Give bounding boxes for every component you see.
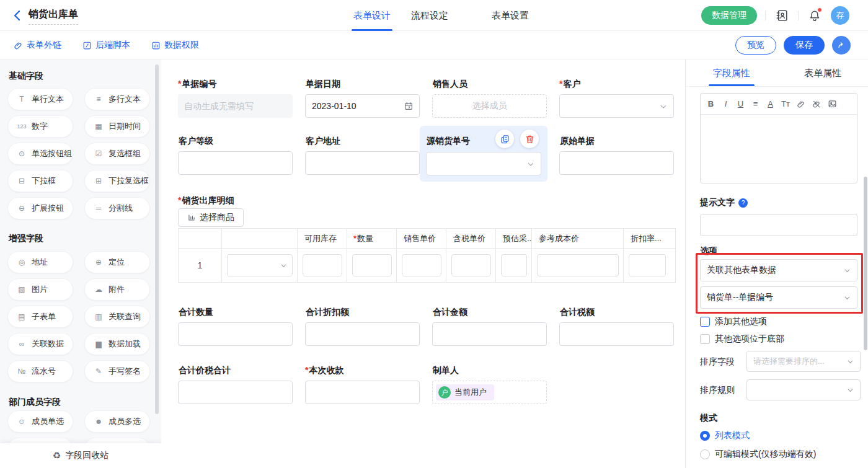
field-type-image[interactable]: ▧图片	[7, 278, 73, 301]
tab-field-properties[interactable]: 字段属性	[686, 60, 777, 86]
customer-level-input[interactable]	[178, 151, 293, 175]
underline-icon[interactable]: U	[737, 99, 745, 108]
field-payment[interactable]: *本次收款	[305, 364, 420, 404]
address-book-icon[interactable]	[774, 7, 790, 24]
select-product-button[interactable]: 选择商品	[178, 208, 244, 227]
field-type-member-single[interactable]: ☺成员单选	[7, 410, 73, 433]
field-type-attachment[interactable]: ☁附件	[84, 278, 150, 301]
total-discount-input[interactable]	[305, 322, 420, 346]
font-size-icon[interactable]: Tт	[781, 99, 790, 108]
data-permission-link[interactable]: 数据权限	[151, 40, 199, 51]
editor-content[interactable]	[701, 115, 857, 183]
field-total-with-tax[interactable]: 合计价税合计	[178, 364, 293, 404]
field-original-doc[interactable]: 原始单据	[559, 135, 674, 175]
rich-text-editor[interactable]: B I U ≡ A Tт	[700, 93, 857, 183]
tab-form-properties[interactable]: 表单属性	[777, 60, 868, 86]
form-external-link[interactable]: 表单外链	[14, 40, 61, 51]
hint-text-input[interactable]	[700, 214, 857, 236]
discount-input[interactable]	[629, 254, 666, 276]
field-customer-addr[interactable]: 客户地址	[305, 135, 420, 175]
field-salesperson[interactable]: 销售人员 选择成员	[432, 78, 547, 118]
total-amount-input[interactable]	[432, 322, 547, 346]
mode-list-option[interactable]: 列表模式	[700, 430, 750, 441]
est-cost-input[interactable]	[501, 254, 527, 276]
field-type-multi-dropdown[interactable]: ⊞下拉复选框	[84, 170, 150, 192]
backend-script-link[interactable]: 后端脚本	[82, 40, 130, 51]
field-recycle-bin[interactable]: ♻ 字段回收站	[0, 443, 161, 468]
avatar[interactable]: 存	[831, 6, 849, 25]
help-icon[interactable]: ?	[738, 198, 748, 208]
font-color-icon[interactable]: A	[766, 99, 774, 108]
field-type-extend-button[interactable]: ⊖扩展按钮	[7, 197, 73, 219]
copy-field-button[interactable]	[495, 130, 514, 148]
preview-button[interactable]: 预览	[735, 36, 776, 55]
member-picker[interactable]: 选择成员	[432, 94, 547, 118]
delete-field-button[interactable]	[520, 130, 539, 148]
field-type-relation-query[interactable]: ▥关联查询	[84, 306, 150, 328]
doc-no-input[interactable]	[178, 94, 293, 118]
field-type-serial-number[interactable]: №流水号	[7, 360, 73, 382]
radio-selected[interactable]	[700, 431, 710, 441]
source-order-select[interactable]	[426, 152, 541, 175]
mode-editable-option[interactable]: 可编辑模式(仅移动端有效)	[700, 449, 816, 460]
stock-input[interactable]	[303, 254, 342, 276]
date-input[interactable]: 2023-01-10	[305, 94, 420, 118]
panel-scrollbar[interactable]	[864, 177, 867, 350]
notification-bell-icon[interactable]	[807, 7, 823, 24]
ref-cost-input[interactable]	[537, 254, 619, 276]
field-type-dropdown[interactable]: ⊟下拉框	[7, 170, 73, 192]
selected-field-source-order[interactable]: 源销货单号	[420, 126, 547, 182]
field-type-geolocation[interactable]: ⊕定位	[84, 251, 150, 273]
customer-select[interactable]	[559, 94, 674, 118]
field-type-member-multi[interactable]: ☻成员多选	[84, 410, 150, 433]
bold-icon[interactable]: B	[707, 99, 715, 108]
field-customer[interactable]: *客户	[559, 78, 674, 118]
field-type-checkbox-group[interactable]: ☑复选框组	[84, 143, 150, 165]
original-doc-input[interactable]	[559, 151, 674, 175]
tab-form-design[interactable]: 表单设计	[353, 0, 391, 31]
field-doc-no[interactable]: *单据编号	[178, 78, 293, 118]
sidebar-scrollbar[interactable]	[155, 64, 159, 414]
creator-field[interactable]: 户 当前用户	[432, 381, 547, 404]
field-type-radio-group[interactable]: ⊙单选按钮组	[7, 143, 73, 165]
field-type-number[interactable]: 123数字	[7, 115, 73, 138]
sort-rule-select[interactable]	[746, 379, 861, 400]
link-icon[interactable]	[797, 100, 805, 108]
field-type-relation-data[interactable]: ∞关联数据	[7, 333, 73, 355]
share-button[interactable]	[832, 36, 851, 55]
tab-flow-setting[interactable]: 流程设定	[411, 0, 448, 31]
tab-form-setting[interactable]: 表单设置	[492, 0, 529, 31]
field-doc-date[interactable]: 单据日期 2023-01-10	[305, 78, 420, 118]
back-icon[interactable]	[10, 8, 25, 23]
field-total-tax[interactable]: 合计税额	[559, 306, 674, 346]
checkbox[interactable]	[700, 317, 710, 327]
total-with-tax-input[interactable]	[178, 381, 293, 404]
field-type-datetime[interactable]: ▦日期时间	[84, 115, 150, 138]
sale-price-input[interactable]	[402, 254, 441, 276]
italic-icon[interactable]: I	[722, 99, 730, 108]
field-type-address[interactable]: ◎地址	[7, 251, 73, 273]
field-total-qty[interactable]: 合计数量	[178, 306, 293, 346]
sort-field-select[interactable]: 请选择需要排序的...	[746, 351, 861, 372]
relation-type-select[interactable]: 关联其他表单数据	[700, 259, 857, 281]
field-type-subform[interactable]: ▤子表单	[7, 306, 73, 328]
unlink-icon[interactable]	[812, 100, 821, 108]
field-total-discount[interactable]: 合计折扣额	[305, 306, 420, 346]
field-total-amount[interactable]: 合计金额	[432, 306, 547, 346]
add-other-option-row[interactable]: 添加其他选项	[700, 316, 767, 327]
field-type-data-load[interactable]: ▆数据加载	[84, 333, 150, 355]
field-type-signature[interactable]: ✎手写签名	[84, 360, 150, 382]
relation-field-select[interactable]: 销货单--单据编号	[700, 286, 857, 309]
align-icon[interactable]: ≡	[751, 99, 760, 108]
data-manage-button[interactable]: 数据管理	[701, 6, 757, 25]
payment-input[interactable]	[305, 381, 420, 404]
insert-image-icon[interactable]	[828, 99, 837, 108]
other-option-bottom-row[interactable]: 其他选项位于底部	[700, 333, 784, 345]
product-select[interactable]	[227, 254, 293, 276]
field-type-multi-line-text[interactable]: ≡多行文本	[84, 88, 150, 110]
tax-price-input[interactable]	[451, 254, 491, 276]
radio-unselected[interactable]	[700, 449, 710, 459]
field-type-divider[interactable]: ═分割线	[84, 197, 150, 219]
checkbox[interactable]	[700, 334, 710, 344]
field-creator[interactable]: 制单人 户 当前用户	[432, 364, 547, 404]
